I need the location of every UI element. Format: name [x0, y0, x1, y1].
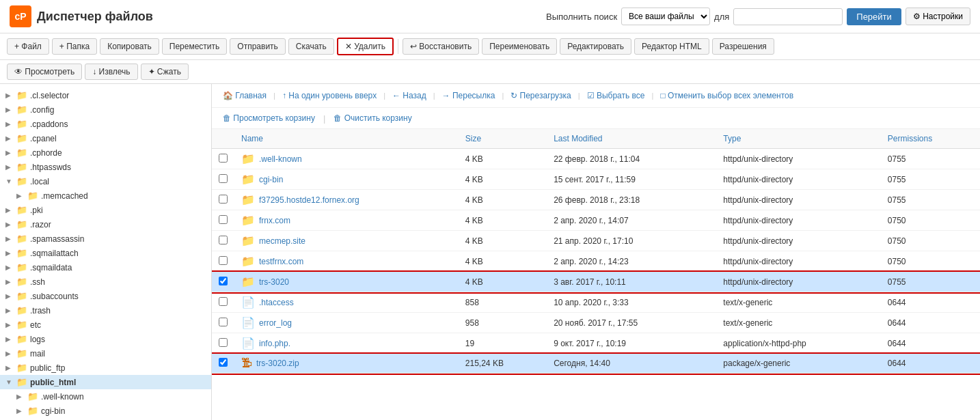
new-file-button[interactable]: + Файл: [7, 38, 49, 55]
row-modified-cell: 2 апр. 2020 г., 14:07: [547, 210, 716, 231]
select-all-nav-button[interactable]: ☑ Выбрать все: [584, 89, 648, 102]
restore-button[interactable]: ↩ Восстановить: [403, 38, 479, 55]
file-name[interactable]: trs-3020.zip: [256, 359, 299, 368]
file-name[interactable]: .well-known: [259, 154, 302, 164]
table-row[interactable]: 📁.well-known4 KB22 февр. 2018 г., 11:04h…: [212, 149, 980, 169]
new-folder-button[interactable]: + Папка: [52, 38, 97, 55]
download-button[interactable]: Скачать: [288, 38, 334, 55]
home-nav-button[interactable]: 🏠 Главная: [220, 89, 269, 102]
table-row[interactable]: 📁f37295.hostde12.fornex.org4 KB26 февр. …: [212, 190, 980, 210]
table-row[interactable]: 📁trs-30204 KB3 авг. 2017 г., 10:11httpd/…: [212, 272, 980, 292]
sidebar-item[interactable]: ▶📁.spamassassin: [0, 232, 211, 246]
expand-icon: ▶: [5, 149, 14, 156]
row-checkbox[interactable]: [219, 154, 228, 163]
sidebar-item[interactable]: ▶📁.razor: [0, 217, 211, 232]
row-size-cell: 4 KB: [459, 149, 547, 169]
table-row[interactable]: 📁cgi-bin4 KB15 сент. 2017 г., 11:59httpd…: [212, 169, 980, 190]
copy-button[interactable]: Копировать: [100, 38, 159, 55]
view-button[interactable]: 👁 Просмотреть: [7, 64, 82, 80]
compress-button[interactable]: ✦ Сжать: [141, 64, 189, 80]
row-checkbox[interactable]: [219, 318, 228, 326]
row-checkbox[interactable]: [219, 174, 228, 183]
col-name-header[interactable]: Name: [234, 129, 459, 149]
up-nav-button[interactable]: ↑ На один уровень вверх: [280, 89, 379, 102]
file-name[interactable]: testfrnx.com: [259, 257, 303, 266]
reload-nav-button[interactable]: ↻ Перезагрузка: [508, 89, 574, 102]
table-row[interactable]: 📄info.php.199 окт. 2017 г., 10:19applica…: [212, 333, 980, 354]
file-name[interactable]: info.php.: [259, 339, 290, 348]
file-name[interactable]: error_log: [259, 318, 292, 328]
sidebar-item[interactable]: ▶📁.pki: [0, 203, 211, 217]
sidebar-item[interactable]: ▼📁public_html: [0, 375, 211, 389]
sidebar-item[interactable]: ▶📁.cl.selector: [0, 88, 211, 102]
expand-icon: ▼: [5, 178, 14, 185]
table-row[interactable]: 🗜trs-3020.zip215,24 KBСегодня, 14:40pack…: [212, 354, 980, 374]
sidebar-item[interactable]: ▶📁.cpanel: [0, 131, 211, 145]
sidebar-item[interactable]: ▶📁.sqmaildata: [0, 260, 211, 275]
sidebar-item[interactable]: ▶📁public_ftp: [0, 361, 211, 375]
col-type-header[interactable]: Type: [716, 129, 881, 149]
row-checkbox[interactable]: [219, 236, 228, 244]
row-checkbox[interactable]: [219, 338, 228, 347]
row-checkbox[interactable]: [219, 297, 228, 306]
file-name[interactable]: trs-3020: [259, 277, 289, 287]
file-name[interactable]: mecmep.site: [259, 236, 305, 246]
sidebar-item[interactable]: ▶📁.htpasswds: [0, 160, 211, 174]
search-input[interactable]: [733, 8, 843, 25]
file-name[interactable]: frnx.com: [259, 216, 290, 225]
file-name[interactable]: cgi-bin: [259, 175, 283, 184]
html-editor-button[interactable]: Редактор HTML: [634, 38, 709, 55]
row-checkbox[interactable]: [219, 195, 228, 204]
sidebar-item[interactable]: ▶📁.well-known: [0, 389, 211, 404]
sidebar-item[interactable]: ▶📁.config: [0, 102, 211, 117]
sidebar-item[interactable]: ▶📁logs: [0, 332, 211, 346]
file-name[interactable]: .htaccess: [259, 298, 294, 307]
row-checkbox[interactable]: [219, 358, 228, 367]
table-row[interactable]: 📄error_log95820 нояб. 2017 г., 17:55text…: [212, 313, 980, 333]
col-modified-header[interactable]: Last Modified: [547, 129, 716, 149]
file-name[interactable]: f37295.hostde12.fornex.org: [259, 195, 359, 205]
settings-button[interactable]: ⚙ Настройки: [906, 8, 970, 25]
table-row[interactable]: 📁testfrnx.com4 KB2 апр. 2020 г., 14:23ht…: [212, 251, 980, 272]
col-permissions-header[interactable]: Permissions: [881, 129, 980, 149]
search-go-button[interactable]: Перейти: [847, 8, 901, 25]
view-basket-button[interactable]: 🗑 Просмотреть корзину: [220, 112, 318, 124]
row-checkbox[interactable]: [219, 256, 228, 265]
forward-nav-button[interactable]: → Пересылка: [439, 89, 498, 102]
sidebar-item-label: etc: [30, 320, 41, 330]
table-row[interactable]: 📁mecmep.site4 KB21 апр. 2020 г., 17:10ht…: [212, 231, 980, 251]
col-size-header[interactable]: Size: [459, 129, 547, 149]
cp-logo-icon: cP: [10, 5, 31, 27]
sidebar-item[interactable]: ▶📁.ssh: [0, 275, 211, 289]
sidebar-item[interactable]: ▶📁.memcached: [0, 188, 211, 203]
row-checkbox[interactable]: [219, 215, 228, 224]
permissions-button[interactable]: Разрешения: [712, 38, 774, 55]
sidebar-item-label: public_html: [30, 378, 76, 387]
sidebar-item[interactable]: ▶📁.subaccounts: [0, 289, 211, 303]
move-button[interactable]: Переместить: [162, 38, 228, 55]
row-checkbox-cell: [212, 190, 234, 210]
row-name-cell: 📁frnx.com: [234, 210, 459, 230]
row-permissions-cell: 0755: [881, 272, 980, 292]
sidebar-item[interactable]: ▶📁.sqmailattach: [0, 246, 211, 260]
sidebar-item[interactable]: ▶📁mail: [0, 346, 211, 361]
sidebar-item[interactable]: ▼📁.local: [0, 174, 211, 188]
table-row[interactable]: 📁frnx.com4 KB2 апр. 2020 г., 14:07httpd/…: [212, 210, 980, 231]
table-row[interactable]: 📄.htaccess85810 апр. 2020 г., 3:33text/x…: [212, 292, 980, 313]
sidebar-item[interactable]: ▶📁.cphorde: [0, 145, 211, 160]
back-nav-button[interactable]: ← Назад: [390, 89, 429, 102]
extract-button[interactable]: ↓ Извлечь: [85, 64, 137, 80]
upload-button[interactable]: Отправить: [230, 38, 286, 55]
sidebar-item[interactable]: ▶📁etc: [0, 318, 211, 332]
deselect-nav-button[interactable]: □ Отменить выбор всех элементов: [657, 89, 796, 102]
edit-button[interactable]: Редактировать: [560, 38, 631, 55]
sidebar-item[interactable]: ▶📁.cpaddons: [0, 117, 211, 131]
sidebar-item[interactable]: ▶📁.trash: [0, 303, 211, 318]
rename-button[interactable]: Переименовать: [482, 38, 557, 55]
clear-basket-button[interactable]: 🗑 Очистить корзину: [331, 112, 414, 124]
delete-button[interactable]: ✕ Удалить: [337, 38, 394, 55]
file-type-icon: 📁: [241, 234, 255, 247]
sidebar-item[interactable]: ▶📁cgi-bin: [0, 404, 211, 418]
row-checkbox[interactable]: [219, 277, 228, 285]
search-select[interactable]: Все ваши файлы: [621, 8, 710, 25]
